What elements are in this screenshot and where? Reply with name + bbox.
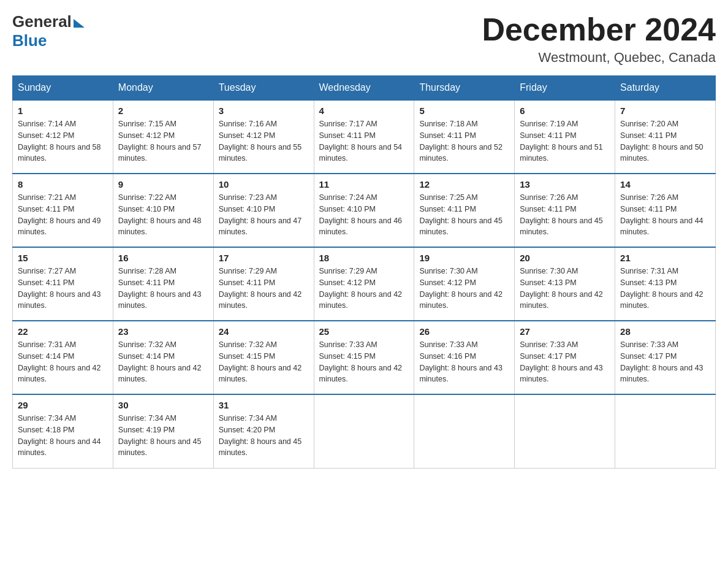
day-number: 27 xyxy=(520,326,610,337)
calendar-cell: 13 Sunrise: 7:26 AMSunset: 4:11 PMDaylig… xyxy=(515,174,615,247)
calendar-cell xyxy=(615,394,716,468)
calendar-cell: 23 Sunrise: 7:32 AMSunset: 4:14 PMDaylig… xyxy=(113,321,213,394)
day-number: 25 xyxy=(319,326,409,337)
calendar-cell: 9 Sunrise: 7:22 AMSunset: 4:10 PMDayligh… xyxy=(113,174,213,247)
logo-triangle-icon xyxy=(74,19,85,28)
calendar-cell: 18 Sunrise: 7:29 AMSunset: 4:12 PMDaylig… xyxy=(314,247,414,321)
day-info: Sunrise: 7:33 AMSunset: 4:17 PMDaylight:… xyxy=(620,339,710,385)
day-number: 16 xyxy=(118,253,208,263)
day-number: 17 xyxy=(219,253,309,263)
day-number: 1 xyxy=(18,105,108,116)
day-info: Sunrise: 7:31 AMSunset: 4:13 PMDaylight:… xyxy=(620,266,710,312)
calendar-cell: 19 Sunrise: 7:30 AMSunset: 4:12 PMDaylig… xyxy=(414,247,515,321)
calendar-cell: 30 Sunrise: 7:34 AMSunset: 4:19 PMDaylig… xyxy=(113,394,213,468)
logo: General Blue xyxy=(12,12,85,50)
calendar-cell: 20 Sunrise: 7:30 AMSunset: 4:13 PMDaylig… xyxy=(515,247,615,321)
day-info: Sunrise: 7:34 AMSunset: 4:20 PMDaylight:… xyxy=(219,413,309,459)
day-info: Sunrise: 7:15 AMSunset: 4:12 PMDaylight:… xyxy=(118,118,208,164)
day-number: 10 xyxy=(219,179,309,190)
day-info: Sunrise: 7:33 AMSunset: 4:16 PMDaylight:… xyxy=(419,339,509,385)
day-number: 31 xyxy=(219,400,309,410)
header-monday: Monday xyxy=(113,76,213,101)
calendar-cell: 27 Sunrise: 7:33 AMSunset: 4:17 PMDaylig… xyxy=(515,321,615,394)
header-sunday: Sunday xyxy=(13,76,113,101)
location-text: Westmount, Quebec, Canada xyxy=(482,50,716,66)
day-info: Sunrise: 7:34 AMSunset: 4:18 PMDaylight:… xyxy=(18,413,108,459)
day-number: 14 xyxy=(620,179,710,190)
calendar-table: SundayMondayTuesdayWednesdayThursdayFrid… xyxy=(12,75,716,469)
calendar-cell: 2 Sunrise: 7:15 AMSunset: 4:12 PMDayligh… xyxy=(113,100,213,174)
week-row-4: 22 Sunrise: 7:31 AMSunset: 4:14 PMDaylig… xyxy=(13,321,716,394)
calendar-cell xyxy=(515,394,615,468)
day-info: Sunrise: 7:21 AMSunset: 4:11 PMDaylight:… xyxy=(18,192,108,238)
calendar-cell: 21 Sunrise: 7:31 AMSunset: 4:13 PMDaylig… xyxy=(615,247,716,321)
header-tuesday: Tuesday xyxy=(213,76,314,101)
calendar-cell: 6 Sunrise: 7:19 AMSunset: 4:11 PMDayligh… xyxy=(515,100,615,174)
page-header: General Blue December 2024 Westmount, Qu… xyxy=(12,12,716,66)
calendar-cell: 15 Sunrise: 7:27 AMSunset: 4:11 PMDaylig… xyxy=(13,247,113,321)
calendar-cell: 26 Sunrise: 7:33 AMSunset: 4:16 PMDaylig… xyxy=(414,321,515,394)
calendar-cell: 14 Sunrise: 7:26 AMSunset: 4:11 PMDaylig… xyxy=(615,174,716,247)
day-info: Sunrise: 7:24 AMSunset: 4:10 PMDaylight:… xyxy=(319,192,409,238)
day-info: Sunrise: 7:14 AMSunset: 4:12 PMDaylight:… xyxy=(18,118,108,164)
day-number: 23 xyxy=(118,326,208,337)
day-number: 9 xyxy=(118,179,208,190)
day-info: Sunrise: 7:16 AMSunset: 4:12 PMDaylight:… xyxy=(219,118,309,164)
day-info: Sunrise: 7:30 AMSunset: 4:13 PMDaylight:… xyxy=(520,266,610,312)
header-thursday: Thursday xyxy=(414,76,515,101)
calendar-cell: 5 Sunrise: 7:18 AMSunset: 4:11 PMDayligh… xyxy=(414,100,515,174)
day-number: 19 xyxy=(419,253,509,263)
calendar-cell: 1 Sunrise: 7:14 AMSunset: 4:12 PMDayligh… xyxy=(13,100,113,174)
week-row-3: 15 Sunrise: 7:27 AMSunset: 4:11 PMDaylig… xyxy=(13,247,716,321)
calendar-header-row: SundayMondayTuesdayWednesdayThursdayFrid… xyxy=(13,76,716,101)
day-info: Sunrise: 7:25 AMSunset: 4:11 PMDaylight:… xyxy=(419,192,509,238)
day-number: 21 xyxy=(620,253,710,263)
day-number: 29 xyxy=(18,400,108,410)
calendar-cell: 4 Sunrise: 7:17 AMSunset: 4:11 PMDayligh… xyxy=(314,100,414,174)
day-info: Sunrise: 7:32 AMSunset: 4:14 PMDaylight:… xyxy=(118,339,208,385)
calendar-cell: 24 Sunrise: 7:32 AMSunset: 4:15 PMDaylig… xyxy=(213,321,314,394)
logo-blue-text: Blue xyxy=(12,31,47,50)
calendar-cell: 12 Sunrise: 7:25 AMSunset: 4:11 PMDaylig… xyxy=(414,174,515,247)
day-info: Sunrise: 7:33 AMSunset: 4:17 PMDaylight:… xyxy=(520,339,610,385)
calendar-cell: 8 Sunrise: 7:21 AMSunset: 4:11 PMDayligh… xyxy=(13,174,113,247)
day-info: Sunrise: 7:27 AMSunset: 4:11 PMDaylight:… xyxy=(18,266,108,312)
day-info: Sunrise: 7:20 AMSunset: 4:11 PMDaylight:… xyxy=(620,118,710,164)
day-number: 6 xyxy=(520,105,610,116)
day-number: 24 xyxy=(219,326,309,337)
day-number: 12 xyxy=(419,179,509,190)
day-number: 2 xyxy=(118,105,208,116)
day-info: Sunrise: 7:31 AMSunset: 4:14 PMDaylight:… xyxy=(18,339,108,385)
calendar-cell: 11 Sunrise: 7:24 AMSunset: 4:10 PMDaylig… xyxy=(314,174,414,247)
day-number: 22 xyxy=(18,326,108,337)
day-number: 28 xyxy=(620,326,710,337)
day-number: 30 xyxy=(118,400,208,410)
day-info: Sunrise: 7:34 AMSunset: 4:19 PMDaylight:… xyxy=(118,413,208,459)
calendar-cell: 22 Sunrise: 7:31 AMSunset: 4:14 PMDaylig… xyxy=(13,321,113,394)
day-info: Sunrise: 7:23 AMSunset: 4:10 PMDaylight:… xyxy=(219,192,309,238)
title-block: December 2024 Westmount, Quebec, Canada xyxy=(482,12,716,66)
calendar-cell xyxy=(414,394,515,468)
day-info: Sunrise: 7:26 AMSunset: 4:11 PMDaylight:… xyxy=(520,192,610,238)
calendar-cell: 17 Sunrise: 7:29 AMSunset: 4:11 PMDaylig… xyxy=(213,247,314,321)
day-info: Sunrise: 7:33 AMSunset: 4:15 PMDaylight:… xyxy=(319,339,409,385)
calendar-cell xyxy=(314,394,414,468)
day-number: 20 xyxy=(520,253,610,263)
calendar-cell: 31 Sunrise: 7:34 AMSunset: 4:20 PMDaylig… xyxy=(213,394,314,468)
day-info: Sunrise: 7:18 AMSunset: 4:11 PMDaylight:… xyxy=(419,118,509,164)
day-number: 3 xyxy=(219,105,309,116)
day-info: Sunrise: 7:29 AMSunset: 4:12 PMDaylight:… xyxy=(319,266,409,312)
day-number: 11 xyxy=(319,179,409,190)
week-row-5: 29 Sunrise: 7:34 AMSunset: 4:18 PMDaylig… xyxy=(13,394,716,468)
calendar-cell: 28 Sunrise: 7:33 AMSunset: 4:17 PMDaylig… xyxy=(615,321,716,394)
logo-general-text: General xyxy=(12,12,72,31)
day-number: 26 xyxy=(419,326,509,337)
day-info: Sunrise: 7:28 AMSunset: 4:11 PMDaylight:… xyxy=(118,266,208,312)
header-friday: Friday xyxy=(515,76,615,101)
day-info: Sunrise: 7:29 AMSunset: 4:11 PMDaylight:… xyxy=(219,266,309,312)
header-wednesday: Wednesday xyxy=(314,76,414,101)
day-number: 4 xyxy=(319,105,409,116)
calendar-cell: 7 Sunrise: 7:20 AMSunset: 4:11 PMDayligh… xyxy=(615,100,716,174)
day-info: Sunrise: 7:32 AMSunset: 4:15 PMDaylight:… xyxy=(219,339,309,385)
week-row-1: 1 Sunrise: 7:14 AMSunset: 4:12 PMDayligh… xyxy=(13,100,716,174)
